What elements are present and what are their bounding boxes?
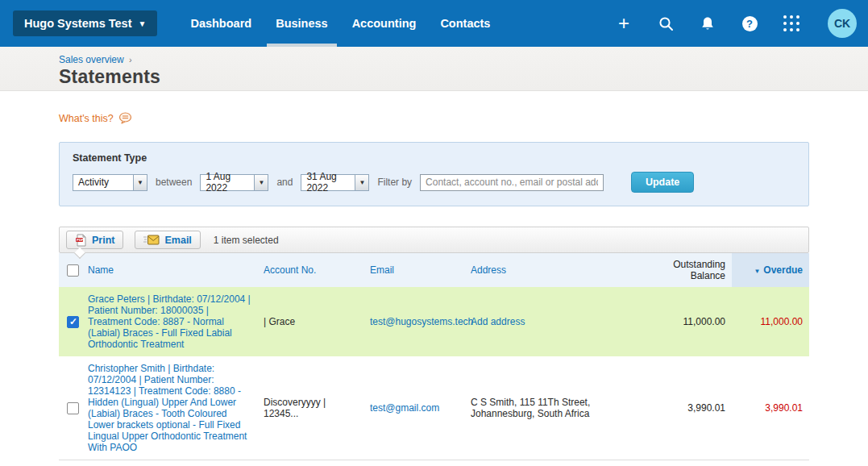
nav-item-business[interactable]: Business [264,0,339,47]
contact-name-link[interactable]: Grace Peters | Birthdate: 07/12/2004 | P… [88,293,251,350]
pdf-file-icon: PDF [75,234,87,247]
chevron-down-icon: ▼ [355,175,368,190]
svg-text:PDF: PDF [77,238,84,242]
top-navigation-bar: Hugo Systems Test ▼ Dashboard Business A… [0,0,868,47]
select-all-checkbox[interactable] [67,264,79,277]
table-row: Grace Peters | Birthdate: 07/12/2004 | P… [59,287,809,356]
chevron-down-icon: ▼ [254,175,268,190]
table-header-row: Name Account No. Email Address Outstandi… [59,253,809,287]
print-button[interactable]: PDF Print [66,231,123,249]
statement-type-select[interactable]: Activity ▼ [73,174,147,191]
search-icon[interactable] [657,15,675,32]
statement-filter-panel: Statement Type Activity ▼ between 1 Aug … [59,142,809,206]
organisation-name: Hugo Systems Test [24,17,132,30]
and-label: and [276,177,293,188]
notifications-bell-icon[interactable] [699,15,716,32]
column-header-name[interactable]: Name [83,253,259,287]
update-button[interactable]: Update [631,172,694,193]
nav-item-contacts[interactable]: Contacts [428,0,502,47]
help-icon[interactable]: ? [741,15,758,32]
contact-filter-input[interactable] [420,174,604,191]
page-title: Statements [59,66,868,88]
email-link[interactable]: test@gmail.com [370,402,439,414]
breadcrumb: Sales overview › [59,54,868,65]
email-link[interactable]: test@hugosystems.tech [370,316,473,327]
speech-bubble-icon [118,112,132,124]
sort-descending-icon: ▼ [754,268,760,275]
date-to-select[interactable]: 31 Aug 2022 ▼ [301,174,369,191]
statements-table: Name Account No. Email Address Outstandi… [59,253,809,460]
account-no-value: Discoveryyyy | 12345... [264,397,326,419]
account-no-value: | Grace [264,316,295,327]
whats-this-row: What's this? [59,112,809,124]
contact-name-link[interactable]: Christopher Smith | Birthdate: 07/12/200… [88,363,247,453]
add-address-link[interactable]: Add address [471,316,525,327]
outstanding-balance-value: 11,000.00 [642,287,732,356]
between-label: between [156,177,192,188]
chevron-down-icon: ▼ [133,175,147,190]
nav-utilities: + ? CK [615,9,868,38]
avatar[interactable]: CK [828,9,857,38]
quick-add-icon[interactable]: + [615,15,633,32]
address-value: C S Smith, 115 11Th Street, Johannesburg… [471,397,590,419]
email-button[interactable]: Email [135,231,200,249]
outstanding-balance-value: 3,990.01 [642,356,732,460]
overdue-value: 3,990.01 [732,356,809,460]
date-from-select[interactable]: 1 Aug 2022 ▼ [200,174,268,191]
column-header-overdue-sorted[interactable]: ▼Overdue [732,253,809,287]
nav-item-accounting[interactable]: Accounting [340,0,429,47]
statements-toolbar: PDF Print Email 1 item selected [59,227,809,253]
nav-item-dashboard[interactable]: Dashboard [178,0,264,47]
apps-grid-icon[interactable] [783,15,800,32]
filter-by-label: Filter by [377,177,412,188]
selection-status: 1 item selected [214,235,279,246]
column-header-outstanding-balance[interactable]: Outstanding Balance [642,253,732,287]
main-menu: Dashboard Business Accounting Contacts [178,0,502,47]
column-header-address[interactable]: Address [466,253,642,287]
breadcrumb-separator: › [129,55,132,64]
column-header-email[interactable]: Email [365,253,466,287]
active-tab-indicator [267,44,336,47]
row-checkbox[interactable] [67,316,79,328]
row-checkbox[interactable] [67,402,79,414]
overdue-value: 11,000.00 [732,287,809,356]
whats-this-link[interactable]: What's this? [59,113,114,124]
table-row: Christopher Smith | Birthdate: 07/12/200… [59,356,809,460]
column-header-account-no[interactable]: Account No. [259,253,365,287]
page-header: Sales overview › Statements [0,47,868,91]
statement-type-label: Statement Type [73,152,795,164]
chevron-down-icon: ▼ [139,19,147,28]
breadcrumb-sales-overview-link[interactable]: Sales overview [59,54,124,65]
email-envelope-icon [143,235,160,245]
organisation-menu-button[interactable]: Hugo Systems Test ▼ [13,10,157,36]
